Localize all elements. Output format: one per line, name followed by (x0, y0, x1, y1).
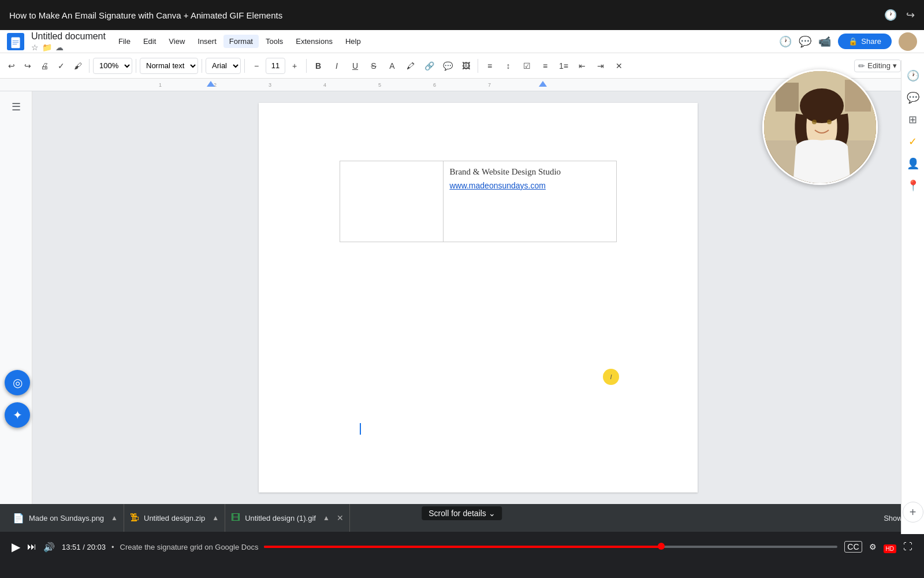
svg-text:1: 1 (159, 82, 162, 88)
menu-insert[interactable]: Insert (192, 35, 222, 48)
table-row: Brand & Website Design Studio www.madeon… (340, 161, 617, 242)
folder-icon[interactable]: 📁 (42, 43, 52, 52)
menu-extensions[interactable]: Extensions (290, 35, 338, 48)
line-spacing-button[interactable]: ↕ (500, 58, 516, 74)
chevron-icon-1[interactable]: ▲ (111, 514, 118, 522)
outline-icon[interactable]: ☰ (12, 101, 21, 113)
spellcheck-button[interactable]: ✓ (54, 57, 68, 75)
floating-btn-1[interactable]: ◎ (5, 370, 30, 395)
sidebar-comment-icon[interactable]: 💬 (907, 91, 919, 104)
comment-icon[interactable]: 💬 (799, 35, 811, 48)
webcam-person-image (764, 71, 876, 183)
image-button[interactable]: 🖼 (458, 58, 474, 74)
menu-view[interactable]: View (163, 35, 191, 48)
style-select[interactable]: Normal text (140, 58, 198, 74)
clear-format-button[interactable]: ✕ (611, 58, 627, 74)
header-right: 🕐 💬 📹 🔒 Share (779, 32, 917, 51)
italic-button[interactable]: I (329, 58, 345, 74)
font-size-input[interactable] (266, 58, 285, 74)
menu-format[interactable]: Format (223, 35, 259, 48)
menu-edit[interactable]: Edit (137, 35, 162, 48)
bold-button[interactable]: B (310, 58, 326, 74)
decrease-indent-button[interactable]: ⇤ (574, 58, 590, 74)
right-sidebar: 🕐 💬 ⊞ ✓ 👤 📍 + (901, 60, 924, 534)
cloud-icon[interactable]: ☁ (55, 43, 64, 52)
strikethrough-button[interactable]: S (366, 58, 382, 74)
svg-text:3: 3 (269, 82, 271, 88)
increase-indent-button[interactable]: ⇥ (593, 58, 609, 74)
highlight-button[interactable]: 🖍 (403, 58, 419, 74)
editing-mode-selector[interactable]: ✏ Editing ▾ (854, 60, 901, 72)
close-download-icon[interactable]: ✕ (337, 513, 344, 523)
volume-button[interactable]: 🔊 (43, 542, 55, 553)
clock-icon[interactable]: 🕐 (884, 9, 897, 21)
lock-icon: 🔒 (848, 37, 858, 46)
svg-point-22 (827, 120, 832, 124)
website-link[interactable]: www.madeonsundays.com (449, 181, 546, 190)
sidebar-history-icon[interactable]: 🕐 (907, 69, 919, 82)
current-time: 13:51 (62, 543, 81, 551)
chevron-icon-2[interactable]: ▲ (212, 514, 219, 522)
settings-button[interactable]: ⚙ (869, 542, 877, 551)
sidebar-person-icon[interactable]: 👤 (907, 157, 919, 170)
menu-tools[interactable]: Tools (260, 35, 289, 48)
font-select[interactable]: Arial (206, 58, 241, 74)
cc-button[interactable]: CC (844, 541, 862, 553)
increase-font-button[interactable]: + (286, 58, 303, 74)
print-button[interactable]: 🖨 (37, 57, 52, 75)
play-button[interactable]: ▶ (12, 540, 20, 554)
download-item-1[interactable]: 📄 Made on Sundays.png ▲ (7, 504, 124, 532)
video-controls: ▶ ⏭ 🔊 13:51 / 20:03 • Create the signatu… (0, 532, 924, 562)
svg-text:4: 4 (323, 82, 326, 88)
menu-file[interactable]: File (113, 35, 136, 48)
floating-btn-2[interactable]: ✦ (5, 402, 30, 428)
numbered-list-button[interactable]: 1≡ (556, 58, 572, 74)
svg-text:7: 7 (488, 82, 491, 88)
star-icon[interactable]: ☆ (31, 43, 39, 52)
meet-icon[interactable]: 📹 (818, 35, 831, 48)
doc-title[interactable]: Untitled document (31, 31, 106, 42)
webcam-overlay (762, 69, 878, 185)
decrease-font-button[interactable]: − (248, 58, 264, 74)
history-icon[interactable]: 🕐 (779, 35, 792, 48)
text-color-button[interactable]: A (384, 58, 400, 74)
svg-rect-18 (845, 80, 871, 112)
table-cell-left (340, 161, 444, 242)
forward-icon[interactable]: ↪ (906, 9, 915, 21)
link-button[interactable]: 🔗 (421, 58, 437, 74)
target-icon: ◎ (13, 376, 23, 390)
fullscreen-button[interactable]: ⛶ (903, 542, 912, 552)
checklist-button[interactable]: ☑ (519, 58, 535, 74)
download-item-3[interactable]: 🎞 Untitled design (1).gif ▲ ✕ (225, 504, 350, 532)
title-bar: How to Make An Email Signature with Canv… (0, 0, 924, 30)
bullet-list-button[interactable]: ≡ (537, 58, 553, 74)
text-cursor (360, 423, 361, 435)
sidebar-check-icon[interactable]: ✓ (908, 135, 917, 148)
align-button[interactable]: ≡ (482, 58, 498, 74)
paintformat-button[interactable]: 🖌 (70, 57, 85, 75)
chevron-icon-3[interactable]: ▲ (323, 514, 330, 522)
add-button[interactable]: + (903, 502, 923, 523)
user-avatar[interactable] (899, 32, 917, 51)
progress-dot (658, 543, 665, 550)
download-filename-3: Untitled design (1).gif (245, 514, 316, 523)
divider-3 (202, 59, 202, 73)
redo-button[interactable]: ↪ (21, 57, 35, 75)
share-button[interactable]: 🔒 Share (838, 34, 892, 49)
zoom-select[interactable]: 100% (93, 58, 132, 74)
scroll-hint: Scroll for details ⌄ (422, 506, 502, 520)
hd-badge: HD (884, 544, 896, 553)
download-item-2[interactable]: 🗜 Untitled design.zip ▲ (124, 504, 225, 532)
svg-rect-3 (13, 42, 19, 43)
quality-button[interactable]: HD (884, 540, 896, 554)
next-button[interactable]: ⏭ (27, 542, 36, 552)
sidebar-map-icon[interactable]: 📍 (907, 179, 919, 192)
menu-help[interactable]: Help (340, 35, 367, 48)
sidebar-expand-icon[interactable]: ⊞ (908, 113, 917, 126)
png-file-icon: 📄 (13, 513, 24, 524)
underline-button[interactable]: U (347, 58, 363, 74)
undo-button[interactable]: ↩ (5, 57, 18, 75)
progress-bar[interactable] (264, 546, 837, 548)
video-title: How to Make An Email Signature with Canv… (9, 10, 877, 20)
comment-inline-button[interactable]: 💬 (439, 58, 456, 74)
